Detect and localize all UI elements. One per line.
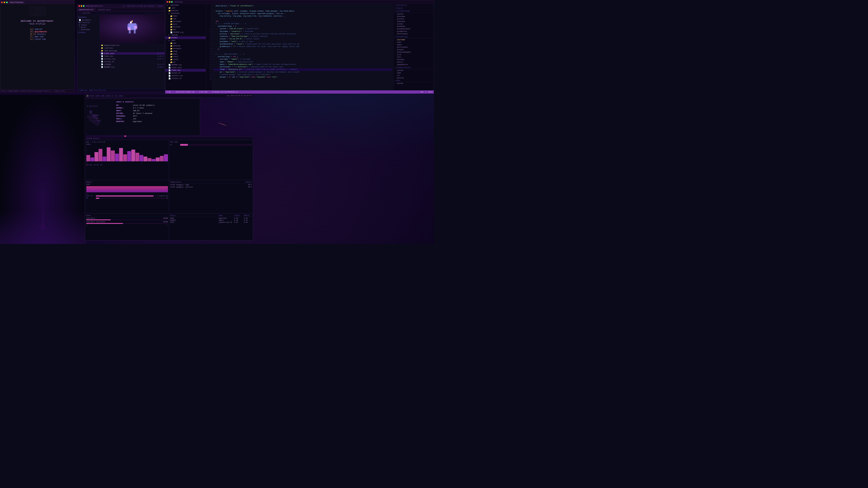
tree-user[interactable]: ▾user	[165, 39, 206, 42]
file-row-flake-nix[interactable]: 📄 flake.nix 2.26 K	[100, 55, 165, 58]
right-editor[interactable]: editor	[393, 61, 434, 63]
cpu-bar-7	[115, 154, 119, 162]
right-dotfilesdir2[interactable]: dotfilesDir	[393, 46, 434, 48]
tree-worklab[interactable]: 📁worklab	[165, 26, 206, 28]
tree-themes[interactable]: 📁themes	[165, 36, 206, 39]
tb2-mem: 100%	[106, 95, 110, 97]
tree-install-sh[interactable]: 📄install.sh	[165, 77, 206, 80]
cpu-bar-13	[140, 155, 143, 161]
file-row-license[interactable]: 📄 LICENSE 34.2 K	[100, 63, 165, 66]
right-term[interactable]: term	[393, 53, 434, 56]
tree-shell[interactable]: 📁shell	[165, 55, 206, 58]
qute-link-closetab[interactable]: [x] Close tab	[30, 38, 47, 40]
tree-wsl[interactable]: 📁wsl	[165, 28, 206, 31]
editor-dot-min[interactable]	[169, 1, 170, 3]
right-font[interactable]: font	[393, 56, 434, 58]
fm-dot-min[interactable]	[81, 5, 82, 7]
tree-install-org[interactable]: 📄install.org	[165, 74, 206, 77]
fm-item-pictures[interactable]: 🖼 Pictures	[78, 21, 98, 24]
tree-root[interactable]: ▾ .dotfiles	[165, 4, 206, 6]
qute-link-history[interactable]: [$ h] History	[30, 33, 47, 35]
tree-lab[interactable]: 📁lab	[165, 18, 206, 20]
cpu-bar-row: 11	[170, 144, 252, 146]
tree-work[interactable]: 📁work	[165, 23, 206, 26]
tree-style[interactable]: 📁style	[165, 58, 206, 61]
cpu-bar-14	[144, 157, 147, 161]
disk-1: /dev/dm-0 /504GB	[86, 217, 168, 220]
right-nix-system[interactable]: system	[393, 69, 434, 72]
right-nix-src[interactable]: src	[393, 74, 434, 76]
file-row-dotfiles2[interactable]: 📁 .dotfiles	[100, 47, 165, 50]
tree-flake-lock[interactable]: 📄flake.lock	[165, 66, 206, 69]
right-hostname[interactable]: hostname	[393, 15, 434, 18]
code-content[interactable]: description = "Flake of LibrePhoenix"; o…	[212, 4, 393, 90]
fm-item-documents[interactable]: 📄 Documents	[78, 19, 98, 21]
tree-profiles[interactable]: ▾profiles	[165, 12, 206, 15]
right-defaultroamdir[interactable]: defaultRoamDir	[393, 51, 434, 53]
right-fontpkg[interactable]: fontPkg	[393, 58, 434, 61]
right-name[interactable]: name	[393, 41, 434, 43]
right-system-settings[interactable]: ▾systemSettings	[393, 10, 434, 13]
fm-item-downloads[interactable]: ↓ Downloads	[78, 29, 98, 31]
fm-item-music[interactable]: ♪ Music	[78, 26, 98, 29]
right-browser[interactable]: browser	[393, 48, 434, 51]
fm-dot-close[interactable]	[79, 5, 80, 7]
file-row-flake-lock[interactable]: 📄 flake.lock 27.5 K	[100, 52, 165, 55]
right-email[interactable]: email	[393, 43, 434, 46]
qute-link-quickmarks[interactable]: [b] Quickmarks	[30, 31, 47, 33]
file-row-install-org[interactable]: 📄 install.org 10.6 K	[100, 58, 165, 60]
right-spawnedit[interactable]: spawnEditor	[393, 63, 434, 66]
tree-system[interactable]: ▾system	[165, 34, 206, 36]
right-pkgs-system[interactable]: system	[393, 82, 434, 85]
right-timezone[interactable]: timezone	[393, 20, 434, 23]
file-row-readme[interactable]: 📄 README.org 6.89 K	[100, 66, 165, 68]
right-locale[interactable]: locale	[393, 23, 434, 25]
tree-hardware[interactable]: 📁hardware	[165, 47, 206, 50]
disks-label: Disks	[86, 215, 168, 217]
qute-tab-active[interactable]: Tech Profile	[8, 1, 24, 4]
right-bootmountpath[interactable]: bootMountPath	[393, 28, 434, 30]
editor-dot-max[interactable]	[171, 1, 173, 3]
fm-tab-2[interactable]: rapidash-galar	[96, 8, 113, 11]
tree-wm[interactable]: 📁wm	[165, 61, 206, 64]
tree-home[interactable]: 📁home	[165, 15, 206, 18]
fm-tab-1[interactable]: emmetBsnowfire1:	[77, 8, 96, 11]
mem-details: RAM: 95 5.7GiB/02.0iB 0% 0%	[86, 195, 168, 199]
tree-personal[interactable]: 📁personal	[165, 20, 206, 23]
tree-flake-nix[interactable]: 📄flake.nix	[165, 69, 206, 72]
right-pkgs[interactable]: ▾pkgs	[393, 79, 434, 82]
tree-lang[interactable]: 📁lang	[165, 50, 206, 53]
qute-link-newtab[interactable]: [t] New tab	[30, 36, 47, 38]
right-grubdevice[interactable]: grubDevice	[393, 30, 434, 33]
tree-readme-org[interactable]: 📄README.org	[165, 31, 206, 34]
tree-app[interactable]: 📁app	[165, 42, 206, 44]
tree-pkgs[interactable]: 📁pkgs	[165, 53, 206, 55]
neofetch-terminal: emmet@snowfire1: ~ $ distfetch WE| RD| :…	[85, 95, 200, 135]
right-nix-name[interactable]: name	[393, 72, 434, 74]
file-row-temp[interactable]: 📁 Temp-Settings	[100, 50, 165, 52]
tree-readme2[interactable]: 📄README.org	[165, 64, 206, 66]
right-profile[interactable]: profile	[393, 18, 434, 20]
qute-link-search[interactable]: [o] Search	[30, 28, 47, 31]
right-system[interactable]: system	[393, 13, 434, 15]
right-user-settings[interactable]: ▾userSettings	[393, 35, 434, 38]
fm-dot-max[interactable]	[83, 5, 85, 7]
right-username[interactable]: username	[393, 38, 434, 41]
editor-dot-close[interactable]	[166, 1, 168, 3]
right-nix-patches[interactable]: patches	[393, 76, 434, 79]
tree-patches[interactable]: 📁patches	[165, 9, 206, 12]
right-bootmode[interactable]: bootMode	[393, 25, 434, 28]
right-description: ▸description	[393, 4, 434, 7]
proc-header: PID(s) Name CPU(%) RAM(%)	[170, 215, 252, 217]
file-row-install-sh[interactable]: 📄 install.sh	[100, 60, 165, 63]
tree-git[interactable]: 📁.git	[165, 6, 206, 9]
tree-desktop[interactable]: 📁desktop	[165, 44, 206, 47]
right-dotfilesdir[interactable]: dotfilesDir	[393, 33, 434, 35]
svg-rect-6	[128, 27, 130, 30]
nf-kernel: KERNEL: 6.7.7-zen1	[116, 107, 198, 109]
fm-item-videos[interactable]: ▶ Videos	[78, 24, 98, 26]
right-nixpkgs[interactable]: ▾nixpkgs-patched	[393, 66, 434, 69]
tree-harden[interactable]: 📄harden.sh	[165, 72, 206, 74]
file-row-dotfiles[interactable]: 📁 emmetFsnowfire1:	[100, 44, 165, 47]
cpu-bar-18	[160, 156, 164, 161]
